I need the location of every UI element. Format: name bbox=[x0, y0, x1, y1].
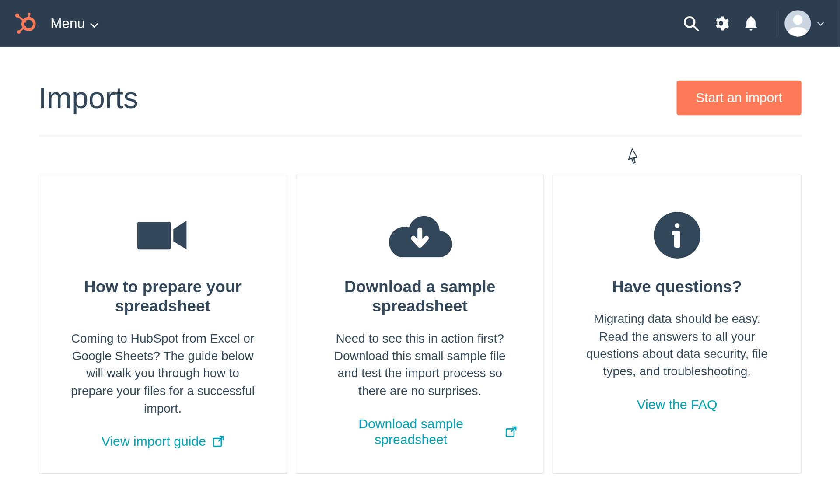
svg-point-9 bbox=[719, 21, 723, 25]
chevron-down-icon bbox=[90, 15, 98, 32]
hubspot-logo-icon[interactable] bbox=[13, 12, 36, 35]
cloud-download-icon bbox=[387, 211, 453, 259]
page-title: Imports bbox=[38, 80, 139, 116]
chevron-down-icon bbox=[817, 18, 824, 29]
search-icon[interactable] bbox=[676, 8, 706, 38]
top-nav-right bbox=[676, 8, 824, 38]
card-title: How to prepare your spreadsheet bbox=[67, 277, 259, 316]
svg-point-6 bbox=[23, 18, 34, 30]
page-header: Imports Start an import bbox=[38, 47, 802, 136]
link-label: Download sample spreadsheet bbox=[322, 416, 499, 448]
info-cards-row: How to prepare your spreadsheet Coming t… bbox=[38, 175, 802, 474]
svg-rect-14 bbox=[137, 222, 171, 249]
external-link-icon bbox=[212, 436, 224, 448]
card-description: Migrating data should be easy. Read the … bbox=[580, 310, 774, 380]
info-icon bbox=[654, 211, 700, 259]
avatar bbox=[784, 10, 811, 36]
external-link-icon bbox=[505, 426, 517, 438]
card-description: Coming to HubSpot from Excel or Google S… bbox=[65, 329, 260, 417]
bell-icon[interactable] bbox=[736, 8, 766, 38]
svg-rect-22 bbox=[672, 231, 678, 235]
card-download-sample: Download a sample spreadsheet Need to se… bbox=[295, 175, 544, 474]
cursor-icon bbox=[627, 147, 643, 168]
card-prepare-spreadsheet: How to prepare your spreadsheet Coming t… bbox=[38, 175, 287, 474]
link-label: View the FAQ bbox=[637, 397, 717, 413]
card-description: Need to see this in action first? Downlo… bbox=[322, 329, 517, 399]
svg-point-10 bbox=[793, 15, 802, 24]
download-sample-link[interactable]: Download sample spreadsheet bbox=[322, 416, 517, 448]
top-nav: Menu bbox=[0, 0, 840, 47]
view-faq-link[interactable]: View the FAQ bbox=[637, 397, 717, 413]
account-menu[interactable] bbox=[784, 10, 824, 36]
card-title: Have questions? bbox=[612, 277, 742, 296]
menu-dropdown[interactable]: Menu bbox=[50, 15, 98, 32]
top-nav-left: Menu bbox=[13, 12, 98, 35]
svg-line-8 bbox=[693, 26, 698, 30]
menu-label: Menu bbox=[50, 15, 85, 32]
page-body: Imports Start an import How to prep bbox=[0, 47, 840, 504]
video-camera-icon bbox=[137, 211, 188, 259]
link-label: View import guide bbox=[102, 434, 206, 450]
card-questions: Have questions? Migrating data should be… bbox=[553, 175, 802, 474]
svg-point-11 bbox=[633, 157, 634, 158]
svg-point-20 bbox=[675, 223, 679, 228]
gear-icon[interactable] bbox=[706, 8, 736, 38]
view-import-guide-link[interactable]: View import guide bbox=[102, 434, 224, 450]
start-import-button[interactable]: Start an import bbox=[676, 80, 802, 116]
divider bbox=[777, 10, 777, 36]
card-title: Download a sample spreadsheet bbox=[324, 277, 516, 316]
